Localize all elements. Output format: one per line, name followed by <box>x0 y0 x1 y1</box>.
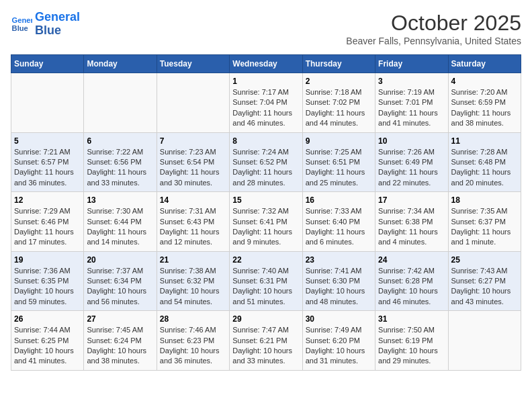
day-number: 30 <box>306 314 372 324</box>
day-number: 24 <box>378 255 445 265</box>
day-number: 4 <box>451 77 518 86</box>
day-number: 21 <box>160 255 226 265</box>
day-number: 28 <box>160 314 226 324</box>
weekday-header-friday: Friday <box>375 55 448 73</box>
day-info: Sunrise: 7:19 AM Sunset: 7:01 PM Dayligh… <box>378 87 445 129</box>
day-number: 3 <box>378 77 445 86</box>
calendar-cell: 14Sunrise: 7:31 AM Sunset: 6:43 PM Dayli… <box>157 192 229 252</box>
day-number: 29 <box>232 314 299 324</box>
calendar-cell: 30Sunrise: 7:49 AM Sunset: 6:20 PM Dayli… <box>302 311 375 371</box>
day-info: Sunrise: 7:36 AM Sunset: 6:35 PM Dayligh… <box>14 266 81 308</box>
calendar-cell <box>448 311 521 371</box>
calendar-week-3: 19Sunrise: 7:36 AM Sunset: 6:35 PM Dayli… <box>11 251 521 311</box>
calendar-cell <box>84 73 157 133</box>
calendar-cell: 22Sunrise: 7:40 AM Sunset: 6:31 PM Dayli… <box>230 251 302 311</box>
calendar-cell: 8Sunrise: 7:24 AM Sunset: 6:52 PM Daylig… <box>230 132 302 192</box>
day-info: Sunrise: 7:33 AM Sunset: 6:40 PM Dayligh… <box>306 206 372 248</box>
location-subtitle: Beaver Falls, Pennsylvania, United State… <box>346 36 521 46</box>
calendar-body: 1Sunrise: 7:17 AM Sunset: 7:04 PM Daylig… <box>11 73 521 371</box>
day-info: Sunrise: 7:25 AM Sunset: 6:51 PM Dayligh… <box>306 147 372 189</box>
day-info: Sunrise: 7:35 AM Sunset: 6:37 PM Dayligh… <box>451 206 518 248</box>
calendar-cell: 15Sunrise: 7:32 AM Sunset: 6:41 PM Dayli… <box>230 192 302 252</box>
day-info: Sunrise: 7:37 AM Sunset: 6:34 PM Dayligh… <box>87 266 153 308</box>
calendar-cell: 21Sunrise: 7:38 AM Sunset: 6:32 PM Dayli… <box>157 251 229 311</box>
calendar-cell: 29Sunrise: 7:47 AM Sunset: 6:21 PM Dayli… <box>230 311 302 371</box>
day-number: 20 <box>87 255 153 265</box>
calendar-cell: 1Sunrise: 7:17 AM Sunset: 7:04 PM Daylig… <box>230 73 302 133</box>
calendar-cell: 13Sunrise: 7:30 AM Sunset: 6:44 PM Dayli… <box>84 192 157 252</box>
day-number: 25 <box>451 255 518 265</box>
day-number: 6 <box>87 136 153 146</box>
day-info: Sunrise: 7:17 AM Sunset: 7:04 PM Dayligh… <box>232 87 299 129</box>
calendar-cell: 28Sunrise: 7:46 AM Sunset: 6:23 PM Dayli… <box>157 311 229 371</box>
day-info: Sunrise: 7:31 AM Sunset: 6:43 PM Dayligh… <box>160 206 226 248</box>
day-number: 8 <box>232 136 299 146</box>
calendar-cell: 23Sunrise: 7:41 AM Sunset: 6:30 PM Dayli… <box>302 251 375 311</box>
day-info: Sunrise: 7:41 AM Sunset: 6:30 PM Dayligh… <box>306 266 372 308</box>
calendar-cell <box>157 73 229 133</box>
day-number: 23 <box>306 255 372 265</box>
day-number: 18 <box>451 195 518 205</box>
weekday-header-tuesday: Tuesday <box>157 55 229 73</box>
calendar-cell: 17Sunrise: 7:34 AM Sunset: 6:38 PM Dayli… <box>375 192 448 252</box>
weekday-header-saturday: Saturday <box>448 55 521 73</box>
calendar-cell: 31Sunrise: 7:50 AM Sunset: 6:19 PM Dayli… <box>375 311 448 371</box>
calendar-cell: 7Sunrise: 7:23 AM Sunset: 6:54 PM Daylig… <box>157 132 229 192</box>
logo-text: GeneralBlue <box>35 11 80 38</box>
calendar-week-4: 26Sunrise: 7:44 AM Sunset: 6:25 PM Dayli… <box>11 311 521 371</box>
day-number: 13 <box>87 195 153 205</box>
calendar-cell: 24Sunrise: 7:42 AM Sunset: 6:28 PM Dayli… <box>375 251 448 311</box>
weekday-header-thursday: Thursday <box>302 55 375 73</box>
day-number: 14 <box>160 195 226 205</box>
day-info: Sunrise: 7:26 AM Sunset: 6:49 PM Dayligh… <box>378 147 445 189</box>
calendar-cell: 25Sunrise: 7:43 AM Sunset: 6:27 PM Dayli… <box>448 251 521 311</box>
month-title: October 2025 <box>346 11 521 36</box>
day-info: Sunrise: 7:18 AM Sunset: 7:02 PM Dayligh… <box>306 87 372 129</box>
calendar-cell: 5Sunrise: 7:21 AM Sunset: 6:57 PM Daylig… <box>11 132 84 192</box>
calendar-header: SundayMondayTuesdayWednesdayThursdayFrid… <box>11 55 521 73</box>
day-info: Sunrise: 7:20 AM Sunset: 6:59 PM Dayligh… <box>451 87 518 129</box>
calendar-cell: 19Sunrise: 7:36 AM Sunset: 6:35 PM Dayli… <box>11 251 84 311</box>
calendar-cell: 20Sunrise: 7:37 AM Sunset: 6:34 PM Dayli… <box>84 251 157 311</box>
day-info: Sunrise: 7:46 AM Sunset: 6:23 PM Dayligh… <box>160 325 226 367</box>
calendar-cell: 4Sunrise: 7:20 AM Sunset: 6:59 PM Daylig… <box>448 73 521 133</box>
day-number: 12 <box>14 195 81 205</box>
day-number: 27 <box>87 314 153 324</box>
calendar-cell: 2Sunrise: 7:18 AM Sunset: 7:02 PM Daylig… <box>302 73 375 133</box>
calendar-cell: 10Sunrise: 7:26 AM Sunset: 6:49 PM Dayli… <box>375 132 448 192</box>
logo-icon: General Blue <box>11 13 32 35</box>
day-number: 17 <box>378 195 445 205</box>
day-number: 16 <box>306 195 372 205</box>
day-info: Sunrise: 7:24 AM Sunset: 6:52 PM Dayligh… <box>232 147 299 189</box>
calendar-week-0: 1Sunrise: 7:17 AM Sunset: 7:04 PM Daylig… <box>11 73 521 133</box>
day-number: 31 <box>378 314 445 324</box>
day-info: Sunrise: 7:50 AM Sunset: 6:19 PM Dayligh… <box>378 325 445 367</box>
weekday-header-wednesday: Wednesday <box>230 55 302 73</box>
calendar-cell: 11Sunrise: 7:28 AM Sunset: 6:48 PM Dayli… <box>448 132 521 192</box>
weekday-header-row: SundayMondayTuesdayWednesdayThursdayFrid… <box>11 55 521 73</box>
day-info: Sunrise: 7:32 AM Sunset: 6:41 PM Dayligh… <box>232 206 299 248</box>
day-number: 22 <box>232 255 299 265</box>
logo: General Blue GeneralBlue <box>11 11 80 38</box>
calendar-cell: 27Sunrise: 7:45 AM Sunset: 6:24 PM Dayli… <box>84 311 157 371</box>
day-info: Sunrise: 7:40 AM Sunset: 6:31 PM Dayligh… <box>232 266 299 308</box>
day-info: Sunrise: 7:43 AM Sunset: 6:27 PM Dayligh… <box>451 266 518 308</box>
day-info: Sunrise: 7:44 AM Sunset: 6:25 PM Dayligh… <box>14 325 81 367</box>
weekday-header-sunday: Sunday <box>11 55 84 73</box>
calendar-cell <box>11 73 84 133</box>
page-header: General Blue GeneralBlue October 2025 Be… <box>11 11 521 46</box>
day-info: Sunrise: 7:47 AM Sunset: 6:21 PM Dayligh… <box>232 325 299 367</box>
calendar-cell: 18Sunrise: 7:35 AM Sunset: 6:37 PM Dayli… <box>448 192 521 252</box>
day-number: 7 <box>160 136 226 146</box>
day-number: 1 <box>232 77 299 86</box>
day-info: Sunrise: 7:49 AM Sunset: 6:20 PM Dayligh… <box>306 325 372 367</box>
day-info: Sunrise: 7:42 AM Sunset: 6:28 PM Dayligh… <box>378 266 445 308</box>
svg-text:Blue: Blue <box>12 24 28 32</box>
day-number: 9 <box>306 136 372 146</box>
calendar-cell: 9Sunrise: 7:25 AM Sunset: 6:51 PM Daylig… <box>302 132 375 192</box>
calendar-cell: 26Sunrise: 7:44 AM Sunset: 6:25 PM Dayli… <box>11 311 84 371</box>
calendar-week-2: 12Sunrise: 7:29 AM Sunset: 6:46 PM Dayli… <box>11 192 521 252</box>
day-info: Sunrise: 7:22 AM Sunset: 6:56 PM Dayligh… <box>87 147 153 189</box>
day-info: Sunrise: 7:28 AM Sunset: 6:48 PM Dayligh… <box>451 147 518 189</box>
day-info: Sunrise: 7:29 AM Sunset: 6:46 PM Dayligh… <box>14 206 81 248</box>
